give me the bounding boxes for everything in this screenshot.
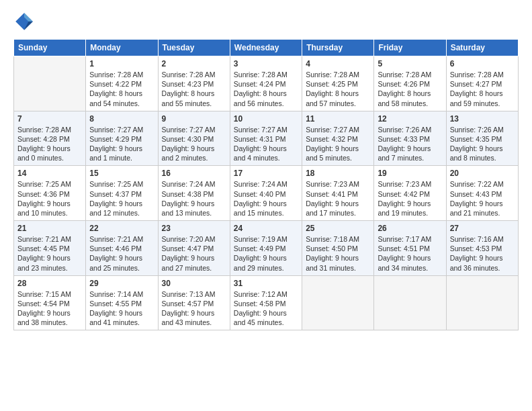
calendar-cell: 9Sunrise: 7:27 AMSunset: 4:30 PMDaylight… (158, 111, 230, 166)
day-info: Sunrise: 7:27 AMSunset: 4:32 PMDaylight:… (306, 125, 370, 163)
calendar-cell: 25Sunrise: 7:18 AMSunset: 4:50 PMDayligh… (302, 221, 374, 276)
day-number: 19 (378, 169, 442, 178)
day-info: Sunrise: 7:27 AMSunset: 4:31 PMDaylight:… (234, 125, 298, 163)
day-info: Sunrise: 7:28 AMSunset: 4:28 PMDaylight:… (17, 125, 82, 163)
weekday-header-tuesday: Tuesday (158, 40, 230, 56)
day-info: Sunrise: 7:25 AMSunset: 4:36 PMDaylight:… (17, 179, 82, 218)
week-row-3: 14Sunrise: 7:25 AMSunset: 4:36 PMDayligh… (14, 166, 519, 221)
day-info: Sunrise: 7:27 AMSunset: 4:30 PMDaylight:… (162, 125, 226, 163)
day-info: Sunrise: 7:28 AMSunset: 4:23 PMDaylight:… (162, 70, 226, 108)
day-info: Sunrise: 7:14 AMSunset: 4:55 PMDaylight:… (89, 289, 154, 328)
day-info: Sunrise: 7:21 AMSunset: 4:46 PMDaylight:… (89, 234, 154, 273)
day-number: 9 (162, 114, 226, 124)
week-row-2: 7Sunrise: 7:28 AMSunset: 4:28 PMDaylight… (14, 111, 519, 166)
calendar-cell: 16Sunrise: 7:24 AMSunset: 4:38 PMDayligh… (158, 166, 230, 221)
calendar-cell (14, 56, 86, 111)
calendar-cell: 5Sunrise: 7:28 AMSunset: 4:26 PMDaylight… (374, 56, 446, 111)
calendar-cell: 17Sunrise: 7:24 AMSunset: 4:40 PMDayligh… (230, 166, 302, 221)
day-number: 14 (17, 169, 82, 178)
weekday-header-wednesday: Wednesday (230, 40, 302, 56)
day-info: Sunrise: 7:21 AMSunset: 4:45 PMDaylight:… (17, 234, 82, 273)
day-number: 29 (89, 279, 154, 288)
day-number: 24 (234, 224, 298, 233)
calendar-cell (302, 275, 374, 330)
weekday-header-friday: Friday (374, 40, 446, 56)
calendar-cell: 30Sunrise: 7:13 AMSunset: 4:57 PMDayligh… (158, 275, 230, 330)
weekday-header-thursday: Thursday (302, 40, 374, 56)
calendar-cell: 14Sunrise: 7:25 AMSunset: 4:36 PMDayligh… (14, 166, 86, 221)
calendar-cell: 4Sunrise: 7:28 AMSunset: 4:25 PMDaylight… (302, 56, 374, 111)
calendar-cell: 29Sunrise: 7:14 AMSunset: 4:55 PMDayligh… (86, 275, 158, 330)
day-number: 3 (234, 59, 298, 68)
day-info: Sunrise: 7:12 AMSunset: 4:58 PMDaylight:… (234, 289, 298, 328)
calendar-cell: 10Sunrise: 7:27 AMSunset: 4:31 PMDayligh… (230, 111, 302, 166)
weekday-header-monday: Monday (86, 40, 158, 56)
day-number: 10 (234, 114, 298, 124)
day-number: 25 (306, 224, 370, 233)
day-number: 5 (378, 59, 442, 68)
day-number: 15 (89, 169, 154, 178)
day-number: 22 (89, 224, 154, 233)
calendar-table: SundayMondayTuesdayWednesdayThursdayFrid… (13, 39, 519, 330)
day-number: 16 (162, 169, 226, 178)
week-row-4: 21Sunrise: 7:21 AMSunset: 4:45 PMDayligh… (14, 221, 519, 276)
day-info: Sunrise: 7:28 AMSunset: 4:24 PMDaylight:… (234, 70, 298, 108)
calendar-cell: 22Sunrise: 7:21 AMSunset: 4:46 PMDayligh… (86, 221, 158, 276)
day-info: Sunrise: 7:16 AMSunset: 4:53 PMDaylight:… (450, 234, 515, 273)
day-number: 21 (17, 224, 82, 233)
day-info: Sunrise: 7:20 AMSunset: 4:47 PMDaylight:… (162, 234, 226, 273)
day-info: Sunrise: 7:26 AMSunset: 4:33 PMDaylight:… (378, 125, 442, 163)
day-number: 26 (378, 224, 442, 233)
day-number: 13 (450, 114, 515, 124)
calendar-cell: 24Sunrise: 7:19 AMSunset: 4:49 PMDayligh… (230, 221, 302, 276)
day-number: 1 (89, 59, 154, 68)
calendar-cell (374, 275, 446, 330)
day-number: 28 (17, 279, 82, 288)
day-info: Sunrise: 7:17 AMSunset: 4:51 PMDaylight:… (378, 234, 442, 273)
day-number: 30 (162, 279, 226, 288)
day-info: Sunrise: 7:28 AMSunset: 4:26 PMDaylight:… (378, 70, 442, 108)
calendar-cell: 11Sunrise: 7:27 AMSunset: 4:32 PMDayligh… (302, 111, 374, 166)
day-number: 18 (306, 169, 370, 178)
day-info: Sunrise: 7:13 AMSunset: 4:57 PMDaylight:… (162, 289, 226, 328)
calendar-cell: 27Sunrise: 7:16 AMSunset: 4:53 PMDayligh… (446, 221, 518, 276)
day-number: 4 (306, 59, 370, 68)
calendar-cell: 23Sunrise: 7:20 AMSunset: 4:47 PMDayligh… (158, 221, 230, 276)
header (13, 11, 519, 32)
week-row-1: 1Sunrise: 7:28 AMSunset: 4:22 PMDaylight… (14, 56, 519, 111)
day-number: 2 (162, 59, 226, 68)
day-number: 27 (450, 224, 515, 233)
day-number: 31 (234, 279, 298, 288)
day-info: Sunrise: 7:19 AMSunset: 4:49 PMDaylight:… (234, 234, 298, 273)
day-info: Sunrise: 7:25 AMSunset: 4:37 PMDaylight:… (89, 179, 154, 218)
day-number: 17 (234, 169, 298, 178)
calendar-cell: 19Sunrise: 7:23 AMSunset: 4:42 PMDayligh… (374, 166, 446, 221)
calendar-cell: 20Sunrise: 7:22 AMSunset: 4:43 PMDayligh… (446, 166, 518, 221)
calendar-cell: 12Sunrise: 7:26 AMSunset: 4:33 PMDayligh… (374, 111, 446, 166)
calendar-cell: 1Sunrise: 7:28 AMSunset: 4:22 PMDaylight… (86, 56, 158, 111)
day-number: 23 (162, 224, 226, 233)
day-info: Sunrise: 7:24 AMSunset: 4:38 PMDaylight:… (162, 179, 226, 218)
day-number: 8 (89, 114, 154, 124)
calendar-cell: 2Sunrise: 7:28 AMSunset: 4:23 PMDaylight… (158, 56, 230, 111)
calendar-cell: 8Sunrise: 7:27 AMSunset: 4:29 PMDaylight… (86, 111, 158, 166)
calendar-cell: 7Sunrise: 7:28 AMSunset: 4:28 PMDaylight… (14, 111, 86, 166)
day-info: Sunrise: 7:22 AMSunset: 4:43 PMDaylight:… (450, 179, 515, 218)
weekday-header-saturday: Saturday (446, 40, 518, 56)
day-info: Sunrise: 7:28 AMSunset: 4:27 PMDaylight:… (450, 70, 515, 108)
calendar-cell: 13Sunrise: 7:26 AMSunset: 4:35 PMDayligh… (446, 111, 518, 166)
day-info: Sunrise: 7:23 AMSunset: 4:42 PMDaylight:… (378, 179, 442, 218)
logo (13, 11, 38, 32)
day-number: 11 (306, 114, 370, 124)
weekday-header-sunday: Sunday (14, 40, 86, 56)
calendar-cell: 6Sunrise: 7:28 AMSunset: 4:27 PMDaylight… (446, 56, 518, 111)
logo-icon (13, 11, 35, 32)
day-info: Sunrise: 7:28 AMSunset: 4:25 PMDaylight:… (306, 70, 370, 108)
day-info: Sunrise: 7:27 AMSunset: 4:29 PMDaylight:… (89, 125, 154, 163)
calendar-cell: 31Sunrise: 7:12 AMSunset: 4:58 PMDayligh… (230, 275, 302, 330)
day-info: Sunrise: 7:23 AMSunset: 4:41 PMDaylight:… (306, 179, 370, 218)
page: SundayMondayTuesdayWednesdayThursdayFrid… (0, 0, 532, 411)
weekday-header-row: SundayMondayTuesdayWednesdayThursdayFrid… (14, 40, 519, 56)
day-number: 7 (17, 114, 82, 124)
calendar-cell (446, 275, 518, 330)
